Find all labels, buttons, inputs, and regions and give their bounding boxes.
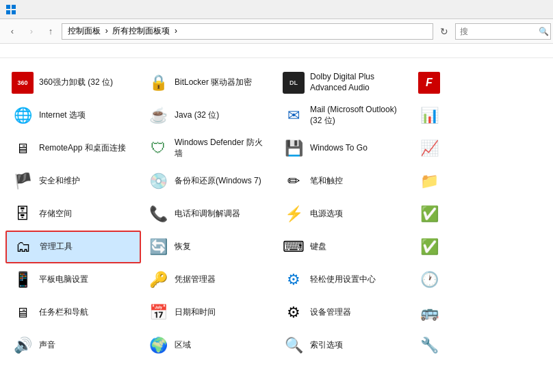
cp-label: Windows Defender 防火墙 xyxy=(175,138,270,159)
cp-item-item-more4[interactable]: 🔧 xyxy=(412,329,548,362)
cp-item-item-manage[interactable]: 🗂管理工具 xyxy=(5,231,141,263)
cp-item-item-mail[interactable]: ✉Mail (Microsoft Outlook) (32 位) xyxy=(276,99,412,132)
cp-item-item-voucher[interactable]: 🔑凭据管理器 xyxy=(141,263,276,296)
cp-label: 声音 xyxy=(39,340,55,351)
cp-icon: 🗂 xyxy=(12,236,34,258)
cp-item-item-partial2[interactable]: 📈 xyxy=(412,132,548,165)
cp-icon: ⚙ xyxy=(283,302,305,324)
cp-label: 360强力卸载 (32 位) xyxy=(39,77,113,88)
cp-item-item-ease[interactable]: ⚙轻松使用设置中心 xyxy=(276,263,412,296)
cp-label: 笔和触控 xyxy=(310,176,343,187)
svg-rect-2 xyxy=(6,10,10,14)
cp-label: RemoteApp 和桌面连接 xyxy=(39,143,126,154)
cp-icon: 🔄 xyxy=(147,236,169,258)
cp-item-item-taskbar[interactable]: 🖥任务栏和导航 xyxy=(5,296,141,329)
cp-item-item-device[interactable]: ⚙设备管理器 xyxy=(276,296,412,329)
cp-icon: ⚡ xyxy=(283,203,305,225)
cp-item-item-remoteapp[interactable]: 🖥RemoteApp 和桌面连接 xyxy=(5,132,141,165)
cp-icon: 📅 xyxy=(147,302,169,324)
cp-label: 安全和维护 xyxy=(39,176,80,187)
title-bar xyxy=(0,0,553,19)
cp-icon: 🛡 xyxy=(147,138,169,159)
cp-icon: 📞 xyxy=(147,203,169,225)
cp-item-item-keyboard[interactable]: ⌨键盘 xyxy=(276,231,412,263)
cp-icon: 📱 xyxy=(12,269,34,291)
control-panel-grid: 360360强力卸载 (32 位) 🔒BitLocker 驱动器加密 DLDol… xyxy=(0,64,553,365)
cp-item-item-360[interactable]: 360360强力卸载 (32 位) xyxy=(5,66,141,99)
cp-icon: 🚌 xyxy=(418,302,440,324)
cp-icon: 🌐 xyxy=(12,105,34,127)
svg-rect-0 xyxy=(6,5,10,9)
cp-item-item-defender[interactable]: 🛡Windows Defender 防火墙 xyxy=(141,132,276,165)
cp-item-item-internet[interactable]: 🌐Internet 选项 xyxy=(5,99,141,132)
cp-item-item-partial7[interactable]: 🚌 xyxy=(412,296,548,329)
cp-icon: 🔍 xyxy=(283,335,305,356)
cp-icon: 🔧 xyxy=(418,335,440,356)
cp-item-item-backup[interactable]: 💿备份和还原(Windows 7) xyxy=(141,165,276,198)
cp-label: 备份和还原(Windows 7) xyxy=(175,176,261,187)
cp-icon: 📊 xyxy=(418,105,440,127)
cp-item-item-tablet[interactable]: 📱平板电脑设置 xyxy=(5,263,141,296)
cp-item-item-security[interactable]: 🏴安全和维护 xyxy=(5,165,141,198)
search-input[interactable] xyxy=(455,23,551,40)
cp-item-item-windowstogo[interactable]: 💾Windows To Go xyxy=(276,132,412,165)
cp-item-item-storage[interactable]: 🗄存储空间 xyxy=(5,198,141,231)
cp-item-item-dolby[interactable]: DLDolby Digital Plus Advanced Audio xyxy=(276,66,412,99)
svg-rect-1 xyxy=(12,5,16,9)
cp-icon: 🌍 xyxy=(147,335,169,356)
cp-icon: F xyxy=(418,72,440,94)
cp-item-item-partial4[interactable]: ✅ xyxy=(412,198,548,231)
cp-label: 区域 xyxy=(175,340,191,351)
cp-item-item-phone[interactable]: 📞电话和调制解调器 xyxy=(141,198,276,231)
cp-item-item-datetime[interactable]: 📅日期和时间 xyxy=(141,296,276,329)
cp-label: 设备管理器 xyxy=(310,307,351,318)
cp-icon: 🗄 xyxy=(12,203,34,225)
cp-item-item-partial5[interactable]: ✅ xyxy=(412,231,548,263)
cp-icon: 🕐 xyxy=(418,269,440,291)
cp-icon: DL xyxy=(283,72,305,94)
cp-item-item-partial1[interactable]: 📊 xyxy=(412,99,548,132)
cp-icon: 💿 xyxy=(147,170,169,192)
forward-button[interactable]: › xyxy=(23,23,40,40)
cp-item-item-power[interactable]: ⚡电源选项 xyxy=(276,198,412,231)
cp-item-item-more2[interactable]: 🌍区域 xyxy=(141,329,276,362)
refresh-button[interactable]: ↻ xyxy=(436,23,452,40)
back-button[interactable]: ‹ xyxy=(4,23,21,40)
cp-icon: 🖥 xyxy=(12,302,34,324)
cp-item-item-more3[interactable]: 🔍索引选项 xyxy=(276,329,412,362)
cp-label: BitLocker 驱动器加密 xyxy=(175,77,252,88)
cp-icon: ✅ xyxy=(418,236,440,258)
cp-item-item-java[interactable]: ☕Java (32 位) xyxy=(141,99,276,132)
cp-label: 日期和时间 xyxy=(175,307,216,318)
cp-item-item-pen[interactable]: ✏笔和触控 xyxy=(276,165,412,198)
cp-icon: 📁 xyxy=(418,170,440,192)
page-header xyxy=(0,44,553,58)
svg-rect-3 xyxy=(12,10,16,14)
cp-icon: 💾 xyxy=(283,138,305,159)
cp-label: 轻松使用设置中心 xyxy=(310,274,376,285)
title-bar-icon xyxy=(5,4,16,15)
cp-label: 存储空间 xyxy=(39,209,72,220)
search-icon: 🔍 xyxy=(539,27,549,36)
address-input[interactable] xyxy=(62,23,433,40)
cp-icon: ✉ xyxy=(283,105,305,127)
cp-label: Windows To Go xyxy=(310,143,368,154)
cp-item-item-recover[interactable]: 🔄恢复 xyxy=(141,231,276,263)
cp-item-item-flash[interactable]: F xyxy=(412,66,548,99)
cp-item-item-partial3[interactable]: 📁 xyxy=(412,165,548,198)
cp-icon: 🔒 xyxy=(147,72,169,94)
cp-icon: 🖥 xyxy=(12,138,34,159)
up-button[interactable]: ↑ xyxy=(42,23,59,40)
cp-label: 键盘 xyxy=(310,241,326,252)
cp-item-item-partial6[interactable]: 🕐 xyxy=(412,263,548,296)
control-panel-container: 360360强力卸载 (32 位) 🔒BitLocker 驱动器加密 DLDol… xyxy=(0,58,553,379)
cp-icon: 360 xyxy=(12,72,34,94)
cp-item-item-bitlocker[interactable]: 🔒BitLocker 驱动器加密 xyxy=(141,66,276,99)
cp-item-item-more1[interactable]: 🔊声音 xyxy=(5,329,141,362)
address-bar: ‹ › ↑ ↻ 🔍 xyxy=(0,19,553,44)
cp-icon: ⚙ xyxy=(283,269,305,291)
cp-label: 电话和调制解调器 xyxy=(175,209,240,220)
cp-icon: 🔑 xyxy=(147,269,169,291)
cp-label: Java (32 位) xyxy=(175,110,219,121)
cp-icon: ⌨ xyxy=(283,236,305,258)
